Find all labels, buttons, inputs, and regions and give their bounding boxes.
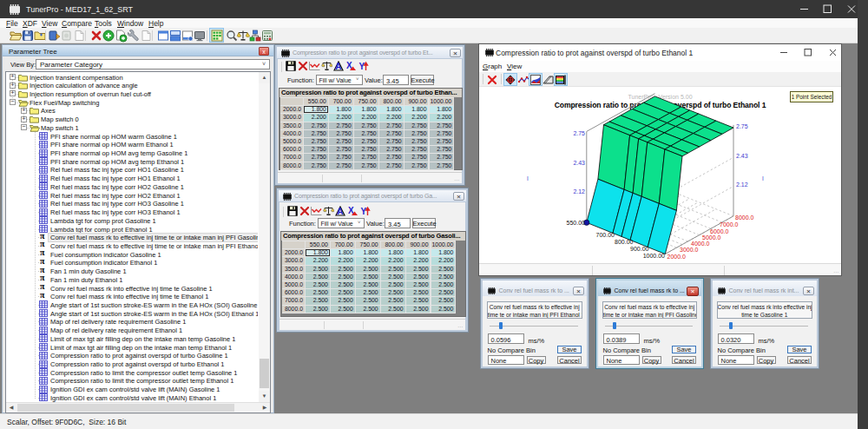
svg-text:A: A — [337, 207, 343, 216]
svg-text:A: A — [335, 62, 341, 71]
svg-text:Y: Y — [361, 207, 367, 216]
svg-text:Y: Y — [359, 62, 365, 71]
